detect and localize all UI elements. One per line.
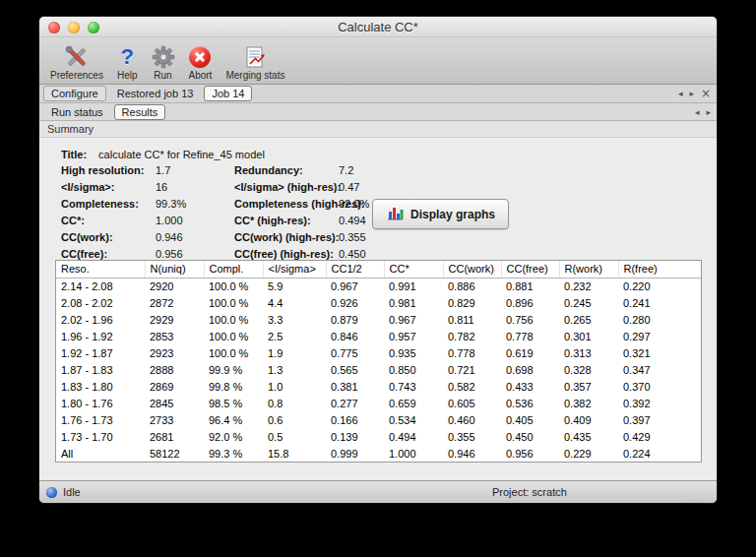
summary-value: 7.2 <box>339 162 408 179</box>
table-header-row: Reso.N(uniq)Compl.<I/sigma>CC1/2CC*CC(wo… <box>56 261 701 278</box>
table-column-header[interactable]: Reso. <box>56 261 145 278</box>
table-cell: 0.313 <box>559 344 618 361</box>
table-cell: 100.0 % <box>204 311 263 328</box>
table-cell: 0.565 <box>326 361 384 378</box>
table-cell: 0.220 <box>618 278 701 294</box>
table-cell: 0.382 <box>559 395 618 411</box>
table-cell: 3.3 <box>263 311 326 328</box>
summary-label: Completeness (high-res): <box>234 196 339 213</box>
table-cell: 0.946 <box>443 445 501 462</box>
table-row[interactable]: All5812299.3 %15.80.9991.0000.9460.9560.… <box>56 445 701 462</box>
table-row[interactable]: 2.08 - 2.022872100.0 %4.40.9260.9810.829… <box>56 294 701 311</box>
summary-label: Completeness: <box>61 196 156 213</box>
toolbar-label: Help <box>117 70 138 81</box>
table-row[interactable]: 1.96 - 1.922853100.0 %2.50.8460.9570.782… <box>56 328 701 344</box>
tab-results[interactable]: Results <box>114 104 166 120</box>
table-cell: 2.02 - 1.96 <box>56 311 145 328</box>
table-cell: 0.778 <box>443 344 501 361</box>
table-column-header[interactable]: N(uniq) <box>145 261 204 278</box>
tab-configure[interactable]: Configure <box>43 86 106 101</box>
table-cell: 0.605 <box>443 395 501 411</box>
job-tab-bar: Configure Restored job 13 Job 14 ◂ ▸ × <box>39 85 717 103</box>
table-column-header[interactable]: CC1/2 <box>326 261 384 278</box>
table-cell: 0.297 <box>618 328 701 344</box>
table-column-header[interactable]: R(free) <box>618 261 701 278</box>
table-row[interactable]: 1.83 - 1.80286999.8 %1.00.3810.7430.5820… <box>56 378 701 395</box>
merging-stats-button[interactable]: Merging stats <box>222 43 287 81</box>
summary-label: Redundancy: <box>234 162 339 179</box>
table-cell: 1.83 - 1.80 <box>56 378 145 395</box>
zoom-window-button[interactable] <box>88 22 99 33</box>
table-row[interactable]: 2.02 - 1.962929100.0 %3.30.8790.9670.811… <box>56 311 701 328</box>
table-cell: 0.782 <box>443 328 501 344</box>
summary-label: <I/sigma> (high-res): <box>234 179 339 196</box>
table-cell: 0.536 <box>501 395 559 411</box>
tab-scroll-right-icon[interactable]: ▸ <box>689 89 694 98</box>
table-row[interactable]: 1.76 - 1.73273396.4 %0.60.1660.5340.4600… <box>56 411 701 428</box>
table-cell: 100.0 % <box>204 328 263 344</box>
table-row[interactable]: 1.87 - 1.83288899.9 %1.30.5650.8500.7210… <box>56 361 701 378</box>
tab-scroll-left-icon[interactable]: ◂ <box>678 89 683 98</box>
table-row[interactable]: 1.80 - 1.76284598.5 %0.80.2770.6590.6050… <box>56 395 701 411</box>
table-column-header[interactable]: Compl. <box>204 261 263 278</box>
tab-job-14[interactable]: Job 14 <box>204 86 252 101</box>
table-column-header[interactable]: CC(work) <box>443 261 501 278</box>
toolbar-label: Run <box>154 70 171 81</box>
table-cell: 0.999 <box>326 445 384 462</box>
table-cell: 2845 <box>145 395 204 411</box>
close-window-button[interactable] <box>48 22 60 33</box>
table-cell: 1.76 - 1.73 <box>56 411 145 428</box>
table-cell: 0.879 <box>326 311 384 328</box>
table-body: 2.14 - 2.082920100.0 %5.90.9670.9910.886… <box>56 278 701 462</box>
table-cell: 0.429 <box>618 428 701 445</box>
abort-button[interactable]: Abort <box>186 43 216 81</box>
table-cell: 99.3 % <box>204 445 263 462</box>
preferences-icon <box>64 43 90 70</box>
table-row[interactable]: 1.92 - 1.872923100.0 %1.90.7750.9350.778… <box>56 344 701 361</box>
tab-scroll-right-icon[interactable]: ▸ <box>706 107 711 117</box>
table-cell: 99.8 % <box>204 378 263 395</box>
summary-value: 1.000 <box>156 213 234 229</box>
tab-scroll-left-icon[interactable]: ◂ <box>695 107 700 117</box>
table-cell: 0.935 <box>384 344 443 361</box>
summary-value: 99.3% <box>156 196 234 213</box>
bar-chart-icon <box>386 204 404 224</box>
table-column-header[interactable]: <I/sigma> <box>263 261 326 278</box>
table-cell: 0.381 <box>326 378 384 395</box>
titlebar[interactable]: Calculate CC* <box>39 17 717 37</box>
table-cell: 0.277 <box>326 395 384 411</box>
table-column-header[interactable]: CC(free) <box>501 261 559 278</box>
table-cell: 1.92 - 1.87 <box>56 344 145 361</box>
table-cell: 1.73 - 1.70 <box>56 428 145 445</box>
table-cell: 2872 <box>145 294 204 311</box>
table-row[interactable]: 2.14 - 2.082920100.0 %5.90.9670.9910.886… <box>56 278 701 294</box>
table-cell: 0.721 <box>443 361 501 378</box>
section-label: Summary <box>47 123 94 135</box>
table-column-header[interactable]: R(work) <box>559 261 618 278</box>
table-cell: 100.0 % <box>204 294 263 311</box>
tab-restored-job-13[interactable]: Restored job 13 <box>109 86 202 101</box>
help-button[interactable]: ? Help <box>114 43 141 81</box>
table-cell: 2.08 - 2.02 <box>56 294 145 311</box>
traffic-lights <box>48 22 99 33</box>
table-cell: 100.0 % <box>204 344 263 361</box>
table-cell: 1.000 <box>384 445 443 462</box>
table-cell: 0.6 <box>263 411 326 428</box>
minimize-window-button[interactable] <box>68 22 80 33</box>
table-cell: 0.8 <box>263 395 326 411</box>
tab-close-icon[interactable]: × <box>701 89 711 98</box>
table-cell: 0.582 <box>443 378 501 395</box>
shell-statistics-table[interactable]: Reso.N(uniq)Compl.<I/sigma>CC1/2CC*CC(wo… <box>55 260 702 463</box>
table-cell: 0.967 <box>384 311 443 328</box>
table-cell: 0.886 <box>443 278 501 294</box>
table-cell: 2733 <box>145 411 204 428</box>
table-cell: 1.9 <box>263 344 326 361</box>
preferences-button[interactable]: Preferences <box>47 43 106 81</box>
table-cell: 0.698 <box>501 361 559 378</box>
run-button[interactable]: Run <box>149 43 178 81</box>
summary-value: 0.47 <box>339 179 408 196</box>
display-graphs-button[interactable]: Display graphs <box>372 199 509 229</box>
table-column-header[interactable]: CC* <box>384 261 443 278</box>
tab-run-status[interactable]: Run status <box>43 104 111 120</box>
table-row[interactable]: 1.73 - 1.70268192.0 %0.50.1390.4940.3550… <box>56 428 701 445</box>
